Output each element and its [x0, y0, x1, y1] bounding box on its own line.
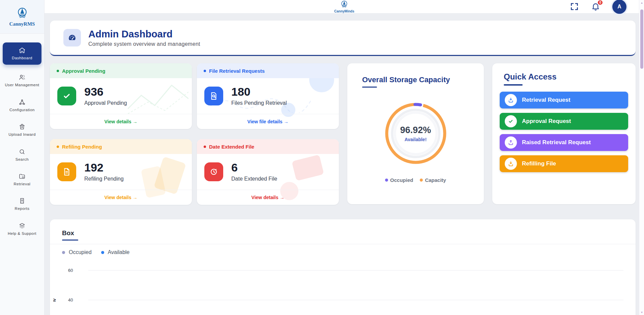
page-scrollbar[interactable]: ▲ ▼ [639, 0, 644, 315]
sidebar-item-label: Reports [15, 206, 30, 211]
storage-title: Overall Storage Capacity [362, 75, 484, 84]
file-search-icon [209, 91, 218, 101]
stat-value: 192 [84, 162, 124, 174]
topbar-actions: 0 A [570, 0, 626, 13]
check-icon-tile [57, 87, 76, 105]
scrollbar-up-arrow[interactable]: ▲ [639, 1, 644, 5]
legend-dot [385, 179, 388, 182]
approval-request-button[interactable]: Approval Request [500, 113, 628, 130]
sidebar-item-reports[interactable]: Reports [3, 195, 41, 213]
receipt-icon [19, 197, 26, 204]
sidebar-item-search[interactable]: Search [3, 146, 41, 164]
legend-dot [420, 179, 423, 182]
box-chart-plot-area: 60 40 ≥ [62, 258, 625, 315]
stat-card-body: 180 Files Pending Retrieval [197, 78, 339, 114]
sail-logo-icon [15, 7, 30, 20]
sidebar: CannyRMS Dashboard User Management Confi… [0, 0, 45, 315]
topbar: CannyMinds 0 A [45, 0, 644, 13]
y-tick: 40 [68, 297, 73, 303]
stat-label: Files Pending Retrieval [231, 100, 287, 106]
retrieval-request-button[interactable]: Retrieval Request [500, 92, 628, 108]
sidebar-item-label: Search [16, 157, 29, 162]
stat-card-body: 936 Approval Pending [50, 78, 192, 114]
stat-card-tag: Refiling Pending [50, 139, 192, 154]
legend-item-available[interactable]: Available [101, 249, 130, 255]
stat-values: 180 Files Pending Retrieval [231, 86, 287, 106]
refilling-file-button[interactable]: Refilling File [500, 155, 628, 172]
stat-card-tag: Date Extended File [197, 139, 339, 154]
status-dot [204, 146, 206, 148]
stat-card-refiling-pending: Refiling Pending 192 Refiling Pending Vi… [50, 139, 192, 205]
page-title: Admin Dashboard [88, 29, 200, 40]
donut-center-label: 96.92% Available! [382, 100, 449, 167]
stat-card-tag: File Retrieval Requests [197, 63, 339, 78]
avatar[interactable]: A [612, 0, 626, 14]
sidebar-item-retrieval[interactable]: Retrieval [3, 171, 41, 188]
storage-donut-chart: 96.92% Available! [382, 100, 449, 167]
legend-item-capacity: Capacity [420, 177, 446, 183]
file-icon [62, 167, 71, 177]
sidebar-item-help-support[interactable]: Help & Support [3, 220, 41, 238]
sidebar-item-user-management[interactable]: User Management [3, 72, 41, 89]
stat-label: Date Extended File [231, 176, 277, 182]
view-details-link[interactable]: View details → [197, 190, 339, 205]
stat-card-tag: Approval Pending [50, 63, 192, 78]
fullscreen-icon [570, 2, 579, 11]
sidebar-logo-text: CannyRMS [9, 21, 35, 27]
stat-label: Refiling Pending [84, 176, 124, 182]
sidebar-item-upload-inward[interactable]: Upload Inward [3, 121, 41, 139]
storage-percent: 96.92% [400, 125, 431, 135]
quick-access-title: Quick Access [504, 72, 628, 82]
download-circle-icon [505, 94, 517, 106]
sidebar-item-configuration[interactable]: Configuration [3, 97, 41, 114]
view-file-details-link[interactable]: View file details → [197, 114, 339, 129]
main-area: CannyMinds 0 A Admin Dashbo [45, 0, 644, 315]
page-header-text: Admin Dashboard Complete system overview… [88, 29, 200, 47]
dashboard-gauge-icon-tile [63, 29, 81, 46]
stat-card-file-retrieval-requests: File Retrieval Requests 180 Files Pendin… [197, 63, 339, 129]
box-chart-card: Box Occupied Available 60 40 ≥ [50, 219, 636, 315]
search-icon [19, 148, 26, 155]
sidebar-item-label: Help & Support [8, 231, 36, 236]
folder-cloud-icon [19, 173, 26, 180]
sidebar-logo: CannyRMS [0, 0, 44, 34]
sail-logo-icon [339, 0, 349, 9]
sidebar-nav: Dashboard User Management Configuration … [0, 34, 44, 241]
page-header-banner: Admin Dashboard Complete system overview… [50, 21, 636, 56]
status-dot [57, 146, 59, 148]
check-circle-icon [505, 115, 517, 127]
page-subtitle: Complete system overview and management [88, 41, 200, 47]
sidebar-item-dashboard[interactable]: Dashboard [3, 42, 41, 65]
legend-item-occupied: Occupied [385, 177, 413, 183]
tab-box[interactable]: Box [62, 229, 625, 241]
stat-value: 180 [231, 86, 287, 98]
check-icon [62, 91, 71, 101]
legend-item-occupied[interactable]: Occupied [62, 249, 92, 255]
upload-circle-icon [505, 136, 517, 149]
clock-icon-tile [204, 162, 223, 181]
fullscreen-button[interactable] [570, 2, 579, 11]
stat-card-date-extended-file: Date Extended File 6 Date Extended File … [197, 139, 339, 205]
stat-card-approval-pending: Approval Pending 936 Approval Pending Vi… [50, 63, 192, 129]
home-icon [19, 47, 26, 54]
storage-legend: Occupied Capacity [347, 177, 484, 183]
notifications-button[interactable]: 0 [591, 2, 600, 11]
scrollbar-down-arrow[interactable]: ▼ [639, 310, 644, 314]
title-underline [504, 84, 523, 86]
status-dot [57, 70, 59, 72]
legend-dot [62, 251, 65, 254]
sidebar-item-label: Configuration [9, 107, 35, 112]
sidebar-item-label: Retrieval [14, 182, 31, 186]
y-axis-label-fragment: ≥ [53, 297, 56, 303]
scrollbar-thumb[interactable] [640, 9, 643, 69]
sidebar-item-label: Upload Inward [8, 132, 36, 137]
stat-values: 936 Approval Pending [84, 86, 127, 106]
file-icon-tile [57, 162, 76, 181]
raised-retrieval-request-button[interactable]: Raised Retrieval Request [500, 134, 628, 151]
gauge-icon [67, 33, 77, 42]
title-underline [362, 87, 377, 88]
title-underline [62, 240, 78, 241]
storage-capacity-card: Overall Storage Capacity 96.92% Availabl… [347, 63, 484, 204]
view-details-link[interactable]: View details → [50, 190, 192, 205]
view-details-link[interactable]: View details → [50, 114, 192, 129]
